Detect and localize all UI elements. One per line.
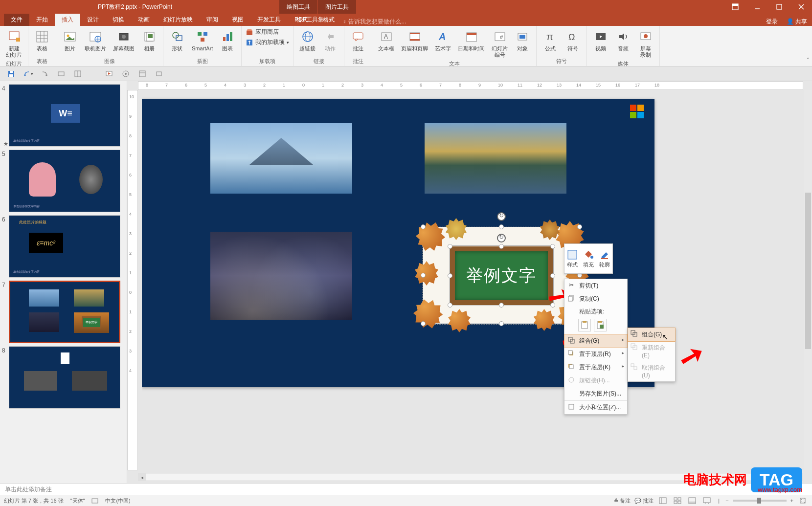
qat-button-8[interactable] [136, 67, 149, 80]
slide-thumb-4[interactable]: 4 ★ W≡ 单击以添加文字内容 [2, 84, 125, 147]
photo-album-button[interactable]: 相册 [139, 28, 159, 57]
screen-recording-button[interactable]: 屏幕 录制 [636, 28, 655, 59]
slide-thumb-8[interactable]: 8 [2, 346, 125, 409]
reading-view-button[interactable] [687, 496, 698, 505]
ctx-save-as-picture[interactable]: 另存为图片(S)... [564, 387, 627, 400]
notes-pane[interactable]: 单击此处添加备注 [0, 483, 812, 495]
slide-thumb-5[interactable]: 5 单击以添加文字内容 [2, 150, 125, 212]
symbol-button[interactable]: Ω符号 [563, 28, 583, 57]
textbox-button[interactable]: A文本框 [376, 28, 396, 59]
object-button[interactable]: 对象 [513, 28, 532, 59]
tab-home[interactable]: 开始 [29, 14, 55, 26]
wordart-button[interactable]: A艺术字 [433, 28, 453, 59]
shapes-button[interactable]: 形状 [167, 28, 187, 57]
audio-button[interactable]: 音频 [613, 28, 633, 59]
slideshow-view-button[interactable] [701, 496, 712, 505]
language-indicator[interactable]: 中文(中国) [105, 497, 130, 505]
qat-button-7[interactable] [119, 67, 132, 80]
pictures-button[interactable]: 图片 [60, 28, 80, 57]
slide-thumb-6[interactable]: 6 此处照片的标题 ε=mc² 单击以添加文字内容 [2, 215, 125, 278]
tab-design[interactable]: 设计 [80, 14, 106, 26]
resize-handle-w[interactable] [448, 273, 452, 278]
mini-fill-button[interactable]: 填充 [581, 244, 597, 273]
zoom-in-button[interactable]: + [790, 498, 793, 504]
datetime-button[interactable]: 日期和时间 [456, 28, 487, 59]
submenu-group[interactable]: 组合(G) [628, 328, 676, 342]
tab-drawing-format[interactable]: 格式 [287, 14, 316, 26]
comment-button[interactable]: 批注 [348, 28, 368, 57]
outer-resize-n[interactable] [499, 224, 504, 229]
smartart-button[interactable]: SmartArt [190, 28, 215, 57]
video-button[interactable]: 视频 [591, 28, 610, 59]
mini-outline-button[interactable]: 轮廓 [596, 244, 612, 273]
tab-view[interactable]: 视图 [225, 14, 250, 26]
zoom-out-button[interactable]: − [725, 498, 728, 504]
action-button[interactable]: 动作 [320, 28, 340, 57]
outer-resize-s[interactable] [499, 321, 504, 326]
comments-toggle[interactable]: 💬 批注 [634, 497, 654, 505]
paste-option-2[interactable] [594, 319, 607, 331]
resize-handle-se[interactable] [550, 303, 555, 308]
tab-transitions[interactable]: 切换 [106, 14, 131, 26]
landscape-image-1[interactable] [210, 123, 352, 194]
zoom-slider[interactable] [733, 500, 787, 502]
outer-resize-sw[interactable] [421, 321, 426, 326]
start-from-beginning-button[interactable] [103, 67, 115, 80]
table-button[interactable]: 表格 [32, 28, 52, 57]
scrollbar-thumb[interactable] [805, 193, 811, 349]
inner-rotate-handle[interactable] [497, 234, 506, 242]
tab-file[interactable]: 文件 [4, 14, 29, 26]
selected-group[interactable]: 举例文字 [423, 227, 580, 324]
tab-animations[interactable]: 动画 [131, 14, 157, 26]
undo-button[interactable]: ▾ [22, 67, 34, 80]
spell-check-icon[interactable] [91, 497, 98, 504]
ctx-bring-to-front[interactable]: 置于顶层(R)▸ [564, 348, 627, 361]
resize-handle-nw[interactable] [448, 244, 452, 249]
outer-resize-nw[interactable] [421, 224, 426, 229]
collapse-ribbon-button[interactable]: ˆ [807, 57, 809, 64]
redo-button[interactable] [38, 67, 51, 80]
normal-view-button[interactable] [657, 496, 668, 505]
close-button[interactable] [790, 0, 812, 14]
ctx-copy[interactable]: 复制(C) [564, 292, 627, 306]
ctx-hyperlink[interactable]: 超链接(H)... [564, 374, 627, 387]
scrollbar-track[interactable] [146, 474, 795, 480]
notes-toggle[interactable]: ≜ 备注 [614, 497, 631, 505]
ctx-cut[interactable]: ✂剪切(T) [564, 279, 627, 292]
login-link[interactable]: 登录 [766, 18, 778, 26]
outer-resize-ne[interactable] [577, 224, 582, 229]
vertical-ruler[interactable]: 1098765432101234 [127, 90, 138, 470]
header-footer-button[interactable]: 页眉和页脚 [399, 28, 430, 59]
maximize-button[interactable] [768, 0, 790, 14]
tab-developer[interactable]: 开发工具 [250, 14, 288, 26]
my-addins-button[interactable]: 我的加载项 ▾ [246, 38, 289, 46]
landscape-image-3[interactable] [210, 232, 352, 320]
store-button[interactable]: 应用商店 [246, 28, 289, 36]
tab-review[interactable]: 审阅 [200, 14, 225, 26]
resize-handle-n[interactable] [499, 244, 504, 249]
online-pictures-button[interactable]: 联机图片 [83, 28, 108, 57]
new-slide-button[interactable]: 新建 幻灯片 [4, 28, 24, 59]
slide-sorter-button[interactable] [672, 496, 683, 505]
paste-option-1[interactable] [578, 319, 591, 331]
ribbon-display-options[interactable] [724, 0, 746, 14]
mini-style-button[interactable]: 样式 [564, 244, 581, 273]
slide-number-button[interactable]: #幻灯片 编号 [490, 28, 510, 59]
slide-thumbnails-panel[interactable]: 4 ★ W≡ 单击以添加文字内容 5 单击以添加文字内容 6 此处照片的标题 ε… [0, 81, 127, 483]
tab-insert[interactable]: 插入 [55, 14, 80, 26]
zoom-thumb[interactable] [757, 498, 761, 504]
rotate-handle[interactable] [497, 212, 506, 221]
equation-button[interactable]: π公式 [541, 28, 560, 57]
landscape-image-2[interactable] [425, 123, 566, 194]
scroll-left-button[interactable]: ◂ [138, 473, 146, 481]
tell-me-search[interactable]: ♀ 告诉我您想要做什么... [342, 18, 406, 26]
ctx-send-to-back[interactable]: 置于底层(K)▸ [564, 361, 627, 374]
qat-button-5[interactable] [71, 67, 84, 80]
hyperlink-button[interactable]: 超链接 [297, 28, 317, 57]
resize-handle-e[interactable] [550, 273, 555, 278]
share-button[interactable]: 👤 共享 [787, 18, 807, 26]
chart-button[interactable]: 图表 [218, 28, 237, 57]
ctx-group[interactable]: 组合(G)▸ [564, 334, 628, 348]
outer-resize-w[interactable] [421, 273, 426, 278]
scroll-right-button[interactable]: ▸ [795, 473, 803, 481]
